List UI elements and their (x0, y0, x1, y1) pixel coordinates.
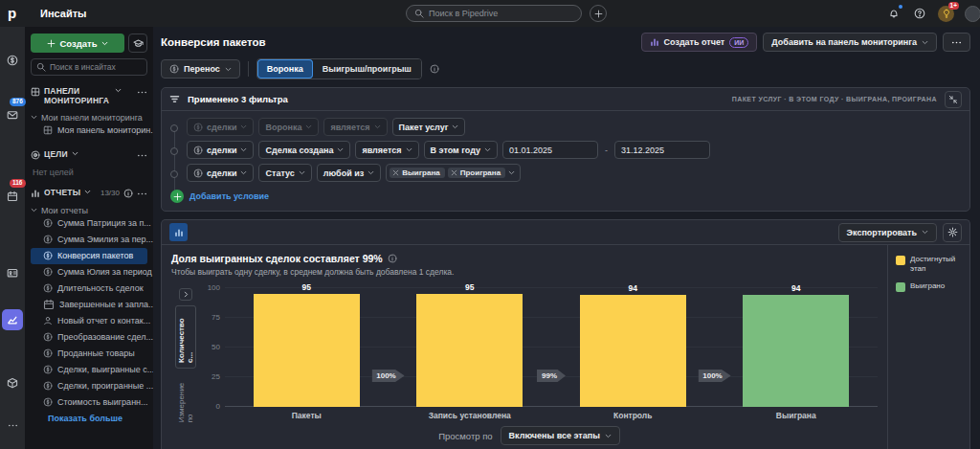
filter-chips[interactable]: ВыигранаПроиграна (386, 164, 521, 182)
add-condition[interactable]: Добавить условие (187, 190, 960, 203)
filter-select[interactable]: сделки (187, 118, 254, 136)
sidebar-report-item[interactable]: Сумма Юлия за период (31, 264, 147, 281)
export-button[interactable]: Экспортировать (838, 223, 937, 242)
learning-button[interactable] (128, 34, 147, 53)
bar[interactable]: 94 (580, 295, 686, 407)
show-more-link[interactable]: Показать больше (31, 414, 147, 423)
mail-nav-icon[interactable] (5, 107, 20, 123)
sidebar-report-item[interactable]: Сделки, выигранные с... (31, 362, 147, 378)
measure-by-label: Измерение по (177, 377, 194, 422)
reports-group[interactable]: Мои отчеты (31, 206, 147, 215)
view-by-dropdown[interactable]: Включены все этапы (501, 426, 620, 445)
dashboards-more-icon[interactable] (137, 87, 147, 98)
section-goals[interactable]: ЦЕЛИ (31, 150, 147, 161)
notifications-button[interactable] (886, 6, 902, 21)
insights-search-input[interactable] (50, 62, 142, 72)
insights-nav-icon[interactable] (2, 309, 23, 330)
info-icon[interactable] (388, 254, 397, 263)
legend-swatch (896, 256, 905, 265)
filter-select-label: Сделка создана (265, 146, 333, 155)
create-report-button[interactable]: Создать отчет ИИ (641, 33, 758, 52)
deal-icon (169, 64, 179, 74)
filter-select[interactable]: сделки (187, 164, 254, 182)
info-icon[interactable] (430, 64, 439, 74)
legend-item[interactable]: Выиграно (896, 281, 962, 292)
sidebar-report-item[interactable]: Сумма Эмилия за пер... (31, 232, 147, 248)
chevron-down-icon[interactable] (72, 150, 78, 157)
tab-win-loss[interactable]: Выигрыш/проигрыш (313, 59, 421, 79)
global-search[interactable] (406, 5, 582, 22)
dashboards-group[interactable]: Мои панели мониторинга (31, 113, 147, 123)
sidebar-report-item[interactable]: Завершенные и запла... (31, 297, 147, 313)
pipedrive-insights-app: p Инсайты 1+ 876 116 (0, 0, 980, 449)
view-by-value: Включены все этапы (509, 431, 600, 440)
sidebar-report-item[interactable]: Проданные товары (31, 346, 147, 362)
report-more-button[interactable] (943, 33, 970, 52)
report-label: Проданные товары (57, 348, 135, 358)
products-nav-icon[interactable] (5, 375, 20, 391)
filter-select[interactable]: Воронка (258, 118, 319, 136)
bar[interactable]: 94 (743, 295, 849, 407)
create-button-label: Создать (59, 38, 97, 49)
filter-select[interactable]: Статус (258, 164, 311, 182)
sidebar-report-item[interactable]: Конверсия пакетов (31, 248, 147, 264)
remove-icon[interactable] (392, 169, 399, 176)
section-reports[interactable]: ОТЧЕТЫ 13/30 (31, 189, 147, 199)
help-button[interactable] (912, 6, 927, 21)
add-to-dashboard-button[interactable]: Добавить на панель мониторинга (763, 33, 937, 52)
chevron-down-icon[interactable] (115, 87, 122, 94)
chevron-down-icon (452, 123, 458, 130)
search-icon (414, 9, 424, 18)
report-label: Сумма Патриция за п... (57, 218, 151, 228)
filter-select[interactable]: сделки (187, 141, 254, 159)
section-dashboards[interactable]: ПАНЕЛИ МОНИТОРИНГА (31, 87, 147, 106)
filter-chip[interactable]: Проиграна (448, 168, 505, 178)
search-icon (36, 62, 46, 72)
tab-funnel[interactable]: Воронка (257, 59, 313, 79)
collapse-filters-button[interactable] (945, 91, 962, 108)
whats-new-button[interactable]: 1+ (938, 6, 954, 22)
sidebar-report-item[interactable]: Сделки, проигранные ... (31, 378, 147, 394)
bar[interactable]: 95 (416, 294, 523, 407)
filter-select[interactable]: Пакет услуг (392, 118, 466, 136)
create-button[interactable]: Создать (31, 34, 124, 53)
expand-panel-button[interactable] (179, 288, 192, 301)
quick-add-button[interactable] (590, 5, 607, 22)
sidebar-report-item[interactable]: Длительность сделок (31, 281, 147, 297)
deals-nav-icon[interactable] (5, 53, 20, 68)
remove-icon[interactable] (451, 169, 457, 176)
chart-settings-button[interactable] (943, 223, 962, 242)
topbar: p Инсайты 1+ (0, 0, 980, 27)
activities-nav-icon[interactable] (5, 189, 20, 204)
filter-select[interactable]: любой из (317, 164, 381, 182)
sidebar-report-item[interactable]: Сумма Патриция за п... (31, 215, 147, 232)
info-icon[interactable] (123, 189, 133, 198)
user-avatar[interactable] (965, 6, 980, 22)
more-nav-icon[interactable] (5, 417, 20, 433)
global-search-input[interactable] (429, 9, 573, 18)
pipedrive-logo[interactable]: p (8, 0, 27, 27)
main-content: Конверсия пакетов Создать отчет ИИ Добав… (153, 27, 980, 449)
filter-date-input[interactable] (502, 141, 598, 159)
transfer-dropdown[interactable]: Перенос (161, 59, 240, 79)
contacts-nav-icon[interactable] (5, 265, 20, 281)
sidebar-report-item[interactable]: Преобразование сдел... (31, 329, 147, 346)
measure-dropdown[interactable]: Количество с... (175, 305, 196, 369)
filter-select[interactable]: В этом году (424, 141, 499, 159)
bar[interactable]: 95 (254, 294, 360, 407)
insight-title: Доля выигранных сделок составляет 99% (171, 253, 383, 264)
sidebar-item-dashboard[interactable]: Моя панель мониторин... (31, 123, 147, 139)
chart-type-bar-button[interactable] (169, 223, 188, 241)
filter-select[interactable]: является (323, 118, 387, 136)
filter-select[interactable]: Сделка создана (258, 141, 350, 159)
legend-item[interactable]: Достигнутый этап (896, 255, 962, 274)
filter-select[interactable]: является (355, 141, 418, 159)
filter-chip[interactable]: Выиграна (390, 168, 444, 178)
sidebar-report-item[interactable]: Новый отчет о контак... (31, 313, 147, 329)
sidebar-report-item[interactable]: Стоимость выигранн... (31, 394, 147, 411)
goals-more-icon[interactable] (137, 150, 147, 161)
insights-search[interactable] (31, 58, 147, 76)
filter-date-input[interactable] (614, 141, 710, 159)
chevron-down-icon[interactable] (84, 189, 91, 195)
reports-more-icon[interactable] (137, 189, 147, 199)
